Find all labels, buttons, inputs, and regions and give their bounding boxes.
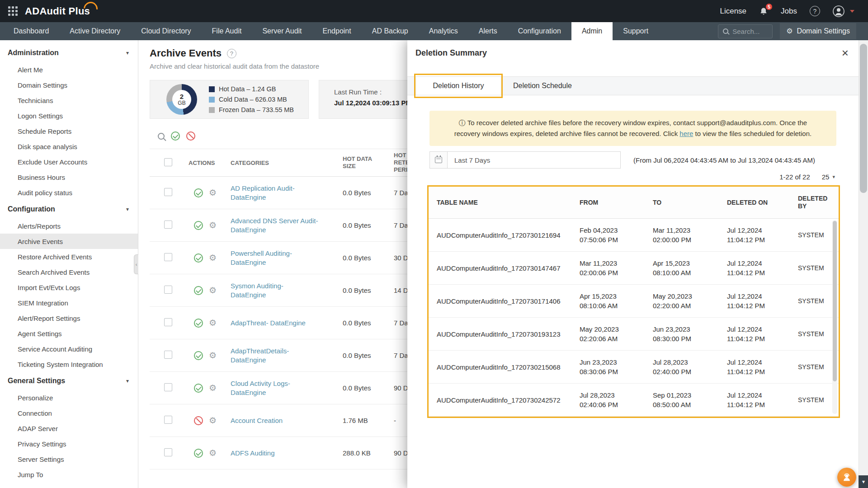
page-help-icon[interactable]: ?	[227, 49, 236, 58]
archive-status-icon[interactable]	[194, 416, 203, 425]
row-checkbox[interactable]	[164, 351, 172, 359]
scroll-down-button[interactable]: ▾	[859, 475, 868, 488]
calendar-button[interactable]	[430, 152, 448, 168]
nav-tab[interactable]: Configuration	[508, 22, 571, 40]
tab-deletion-schedule[interactable]: Deletion Schedule	[500, 77, 585, 95]
sidebar-section-configuration[interactable]: Configuration ▾	[0, 200, 138, 218]
disable-archiving-icon[interactable]	[186, 131, 195, 141]
tab-deletion-history[interactable]: Deletion History	[416, 77, 500, 95]
sidebar-item[interactable]: Exclude User Accounts	[0, 154, 138, 169]
page-scrollbar[interactable]: ▾	[859, 40, 868, 488]
gear-icon[interactable]: ⚙	[209, 286, 217, 295]
row-checkbox[interactable]	[164, 188, 172, 196]
nav-tab[interactable]: Analytics	[419, 22, 468, 40]
sidebar-item[interactable]: Disk space analysis	[0, 139, 138, 154]
app-launcher-icon[interactable]	[8, 6, 18, 16]
sidebar-item[interactable]: Archive Events	[0, 234, 138, 249]
category-link[interactable]: AdapThreat- DataEngine	[231, 319, 306, 327]
gear-icon[interactable]: ⚙	[209, 188, 217, 197]
category-link[interactable]: ADFS Auditing	[231, 449, 275, 457]
category-link[interactable]: AD Replication Audit- DataEngine	[231, 184, 295, 201]
sidebar-item[interactable]: Business Hours	[0, 169, 138, 185]
archive-status-icon[interactable]	[194, 221, 203, 230]
enable-archiving-icon[interactable]	[171, 131, 180, 141]
nav-tab[interactable]: Support	[613, 22, 659, 40]
gear-icon[interactable]: ⚙	[209, 319, 217, 327]
sidebar-item[interactable]: Logon Settings	[0, 108, 138, 123]
nav-tab[interactable]: Active Directory	[59, 22, 131, 40]
page-size-select[interactable]: 25 ▾	[822, 173, 835, 181]
support-chat-button[interactable]	[837, 468, 856, 487]
date-range-picker[interactable]: Last 7 Days	[429, 151, 621, 169]
category-link[interactable]: Account Creation	[231, 417, 283, 424]
notifications-bell-icon[interactable]: 5	[759, 7, 768, 16]
category-link[interactable]: Cloud Activity Logs- DataEngine	[231, 380, 290, 396]
license-link[interactable]: License	[720, 7, 746, 16]
sidebar-section-administration[interactable]: Administration ▾	[0, 44, 138, 62]
sidebar-item[interactable]: Alert Me	[0, 62, 138, 77]
archive-status-icon[interactable]	[194, 188, 203, 197]
sidebar-item[interactable]: Connection	[0, 405, 138, 421]
nav-tab[interactable]: Cloud Directory	[131, 22, 201, 40]
gear-icon[interactable]: ⚙	[209, 221, 217, 230]
close-icon[interactable]: ×	[842, 47, 849, 59]
sidebar-item[interactable]: Personalize	[0, 390, 138, 405]
category-link[interactable]: Advanced DNS Server Audit- DataEngine	[231, 217, 318, 234]
gear-icon[interactable]: ⚙	[209, 253, 217, 262]
sidebar-item[interactable]: Schedule Reports	[0, 123, 138, 139]
sidebar-item[interactable]: Alerts/Reports	[0, 218, 138, 234]
row-checkbox[interactable]	[164, 416, 172, 424]
sidebar-item[interactable]: Audit policy status	[0, 185, 138, 200]
here-link[interactable]: here	[679, 130, 693, 137]
sidebar-item[interactable]: Import Evt/Evtx Logs	[0, 280, 138, 295]
sidebar-item[interactable]: Server Settings	[0, 451, 138, 467]
nav-tab[interactable]: Admin	[571, 22, 613, 40]
row-checkbox[interactable]	[164, 448, 172, 456]
archive-status-icon[interactable]	[194, 286, 203, 295]
archive-status-icon[interactable]	[194, 351, 203, 360]
nav-tab[interactable]: Dashboard	[3, 22, 59, 40]
row-checkbox[interactable]	[164, 383, 172, 391]
category-link[interactable]: Sysmon Auditing- DataEngine	[231, 282, 283, 299]
table-scrollbar-thumb[interactable]	[833, 221, 837, 381]
table-scrollbar[interactable]	[832, 220, 837, 414]
nav-tab[interactable]: AD Backup	[362, 22, 419, 40]
archive-status-icon[interactable]	[194, 384, 203, 393]
gear-icon[interactable]: ⚙	[209, 384, 217, 392]
sidebar-item[interactable]: Jump To	[0, 467, 138, 482]
sidebar-item[interactable]: SIEM Integration	[0, 295, 138, 310]
sidebar-item[interactable]: Technicians	[0, 93, 138, 108]
table-search-icon[interactable]	[158, 133, 165, 140]
sidebar-item[interactable]: Search Archived Events	[0, 264, 138, 280]
sidebar-item[interactable]: Domain Settings	[0, 77, 138, 93]
page-scrollbar-thumb[interactable]	[860, 44, 867, 193]
gear-icon[interactable]: ⚙	[209, 449, 217, 457]
user-menu-caret-icon[interactable]	[850, 10, 854, 13]
row-checkbox[interactable]	[164, 253, 172, 261]
gear-icon[interactable]: ⚙	[209, 351, 217, 360]
category-link[interactable]: AdapThreatDetails- DataEngine	[231, 347, 289, 364]
nav-tab[interactable]: File Audit	[202, 22, 252, 40]
sidebar-item[interactable]: Service Account Auditing	[0, 341, 138, 357]
search-input[interactable]	[732, 28, 768, 35]
category-link[interactable]: Powershell Auditing- DataEngine	[231, 249, 292, 266]
sidebar-item[interactable]: Agent Settings	[0, 326, 138, 341]
archive-status-icon[interactable]	[194, 449, 203, 458]
row-checkbox[interactable]	[164, 318, 172, 326]
select-all-checkbox[interactable]	[164, 158, 172, 166]
nav-tab[interactable]: Alerts	[468, 22, 508, 40]
row-checkbox[interactable]	[164, 286, 172, 294]
archive-status-icon[interactable]	[194, 319, 203, 328]
sidebar-section-general-settings[interactable]: General Settings ▾	[0, 372, 138, 390]
sidebar-item[interactable]: Restore Archived Events	[0, 249, 138, 264]
help-icon[interactable]: ?	[810, 6, 820, 16]
user-avatar[interactable]	[833, 5, 844, 17]
gear-icon[interactable]: ⚙	[209, 416, 217, 425]
nav-search[interactable]	[718, 24, 773, 38]
domain-settings-button[interactable]: ⚙ Domain Settings	[780, 23, 856, 39]
sidebar-item[interactable]: Privacy Settings	[0, 436, 138, 451]
jobs-link[interactable]: Jobs	[781, 7, 797, 16]
row-checkbox[interactable]	[164, 221, 172, 229]
nav-tab[interactable]: Server Audit	[252, 22, 312, 40]
sidebar-item[interactable]: ADAP Server	[0, 421, 138, 436]
